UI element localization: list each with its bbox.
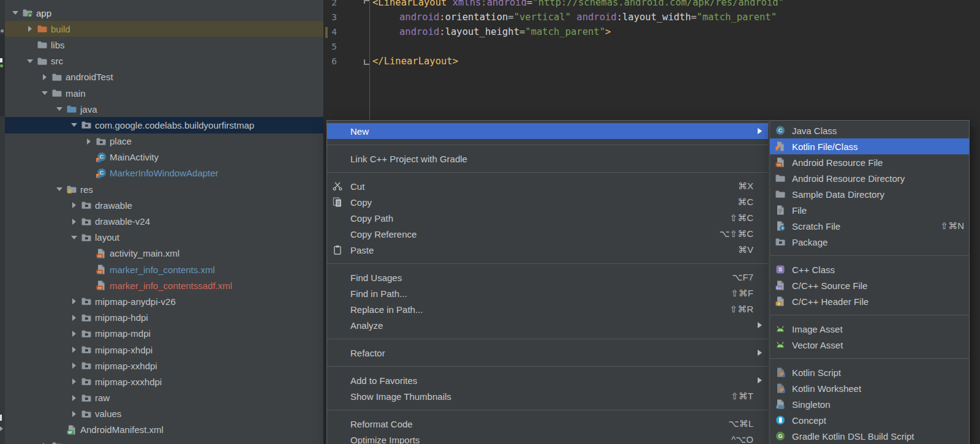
menu-item-package[interactable]: Package — [770, 234, 969, 250]
expand-arrow-icon[interactable] — [67, 310, 81, 326]
menu-item-c-c-source-file[interactable]: C++C/C++ Source File — [770, 277, 969, 293]
stripe-tool-icon[interactable] — [0, 58, 2, 62]
menu-item-find-usages[interactable]: Find Usages⌥F7 — [327, 269, 768, 285]
expand-arrow-icon[interactable] — [67, 406, 81, 422]
tree-item-mipmap-xhdpi[interactable]: mipmap-xhdpi — [5, 342, 323, 358]
tree-item-libs[interactable]: libs — [5, 37, 323, 53]
tree-item-marker-info-contentssadf-xml[interactable]: <>marker_info_contentssadf.xml — [5, 277, 323, 293]
menu-item-file[interactable]: File — [770, 202, 969, 218]
tree-item-label: mipmap-anydpi-v26 — [95, 296, 176, 307]
tree-item-java[interactable]: java — [5, 101, 323, 117]
tree-item-androidmanifest-xml[interactable]: MFAndroidManifest.xml — [5, 422, 323, 438]
menu-item-paste[interactable]: Paste⌘V — [327, 242, 768, 258]
tree-item-main[interactable]: main — [5, 85, 323, 101]
stripe-tool-icon[interactable] — [0, 415, 2, 421]
expand-arrow-icon[interactable] — [38, 69, 51, 85]
expand-arrow-icon[interactable] — [67, 390, 81, 406]
tree-item-marker-info-contents-xml[interactable]: <>marker_info_contents.xml — [5, 262, 323, 277]
tree-item-activity-main-xml[interactable]: <>activity_main.xml — [5, 246, 323, 262]
tree-item-res[interactable]: res — [5, 181, 323, 197]
menu-item-cut[interactable]: Cut⌘X — [327, 178, 768, 194]
menu-item-android-resource-directory[interactable]: Android Resource Directory — [770, 170, 969, 186]
collapse-arrow-icon[interactable] — [67, 117, 81, 133]
menu-item-sample-data-directory[interactable]: Sample Data Directory — [770, 186, 969, 202]
tree-item-mipmap-mdpi[interactable]: mipmap-mdpi — [5, 326, 323, 342]
expand-arrow-icon[interactable] — [67, 358, 81, 374]
menu-item-label: Android Resource Directory — [792, 173, 964, 184]
tree-item-label: mipmap-xxhdpi — [95, 361, 157, 371]
menu-item-vector-asset[interactable]: Vector Asset — [770, 337, 969, 353]
expand-arrow-icon[interactable] — [67, 213, 81, 229]
menu-item-concept[interactable]: Concept — [770, 412, 969, 428]
menu-item-java-class[interactable]: CJava Class — [770, 122, 969, 138]
menu-item-reformat-code[interactable]: Reformat Code⌥⌘L — [327, 416, 768, 432]
expand-arrow-icon[interactable] — [67, 293, 81, 309]
expand-arrow-icon[interactable] — [67, 326, 81, 342]
tree-item-blank[interactable] — [5, 438, 323, 444]
folder-package-icon — [81, 119, 92, 130]
menu-separator — [327, 263, 768, 264]
collapse-arrow-icon[interactable] — [23, 53, 37, 69]
tree-item-label: marker_info_contentssadf.xml — [110, 280, 232, 291]
tree-item-values[interactable]: values — [5, 406, 323, 422]
menu-item-scratch-file[interactable]: Scratch File⇧⌘N — [770, 218, 969, 234]
expand-arrow-icon[interactable] — [38, 438, 51, 444]
tree-item-mipmap-xxhdpi[interactable]: mipmap-xxhdpi — [5, 358, 323, 374]
menu-item-refactor[interactable]: Refactor — [327, 345, 768, 361]
tree-item-layout[interactable]: layout — [5, 230, 323, 246]
tree-item-mipmap-xxxhdpi[interactable]: mipmap-xxxhdpi — [5, 374, 323, 389]
menu-item-label: Link C++ Project with Gradle — [350, 154, 753, 164]
tree-item-drawable[interactable]: drawable — [5, 197, 323, 213]
tree-item-place[interactable]: place — [5, 134, 323, 149]
menu-item-c-c-header-file[interactable]: HC/C++ Header File — [770, 293, 969, 309]
menu-item-kotlin-worksheet[interactable]: Kotlin Worksheet — [770, 380, 969, 396]
tree-item-com-google-codelabs-buildyourfirstmap[interactable]: com.google.codelabs.buildyourfirstmap — [5, 117, 323, 133]
menu-item-copy[interactable]: Copy⌘C — [327, 194, 768, 210]
menu-item-image-asset[interactable]: Image Asset — [770, 321, 969, 337]
menu-item-show-image-thumbnails[interactable]: Show Image Thumbnails⇧⌘T — [327, 388, 768, 404]
menu-item-link-c-project-with-gradle[interactable]: Link C++ Project with Gradle — [327, 151, 768, 167]
fold-marker-icon[interactable] — [364, 59, 369, 65]
menu-item-android-resource-file[interactable]: <>Android Resource File — [770, 154, 969, 170]
menu-item-find-in-path[interactable]: Find in Path...⇧⌘F — [327, 285, 768, 301]
tree-item-src[interactable]: src — [5, 53, 323, 69]
tree-item-drawable-v24[interactable]: drawable-v24 — [5, 213, 323, 229]
tree-item-mipmap-anydpi-v26[interactable]: mipmap-anydpi-v26 — [5, 293, 323, 309]
folder-icon — [51, 440, 62, 444]
menu-item-kotlin-file-class[interactable]: Kotlin File/Class — [770, 138, 969, 154]
expand-arrow-icon[interactable] — [67, 374, 81, 389]
collapse-arrow-icon[interactable] — [67, 230, 81, 246]
menu-item-copy-reference[interactable]: Copy Reference⌥⇧⌘C — [327, 226, 768, 242]
tree-item-markerinfowindowadapter[interactable]: CMarkerInfoWindowAdapter — [5, 165, 323, 181]
expand-arrow-icon[interactable] — [23, 21, 37, 37]
expand-arrow-icon[interactable] — [67, 197, 81, 213]
menu-item-gradle-kotlin-dsl-build-script[interactable]: GGradle Kotlin DSL Build Script — [770, 428, 969, 444]
tree-item-mipmap-hdpi[interactable]: mipmap-hdpi — [5, 310, 323, 326]
collapse-arrow-icon[interactable] — [53, 181, 66, 197]
collapse-arrow-icon[interactable] — [9, 5, 22, 21]
tree-item-build[interactable]: build — [5, 21, 323, 37]
menu-item-optimize-imports[interactable]: Optimize Imports^⌥O — [327, 432, 768, 444]
tree-item-app[interactable]: app — [5, 5, 323, 21]
fold-marker-icon[interactable] — [364, 0, 369, 4]
collapse-arrow-icon[interactable] — [53, 101, 66, 117]
menu-item-new[interactable]: New — [327, 123, 768, 139]
tree-item-androidtest[interactable]: androidTest — [5, 69, 323, 85]
expand-arrow-icon[interactable] — [67, 342, 81, 358]
tree-item-raw[interactable]: raw — [5, 390, 323, 406]
menu-item-copy-path[interactable]: Copy Path⇧⌘C — [327, 210, 768, 226]
menu-item-kotlin-script[interactable]: Kotlin Script — [770, 364, 969, 380]
menu-item-analyze[interactable]: Analyze — [327, 317, 768, 333]
tree-item-label: com.google.codelabs.buildyourfirstmap — [95, 120, 254, 130]
expand-arrow-icon[interactable] — [82, 134, 96, 149]
tree-item-mainactivity[interactable]: CMainActivity — [5, 149, 323, 165]
menu-item-label: Kotlin Worksheet — [792, 383, 964, 394]
android-head-icon — [775, 323, 792, 334]
menu-item-add-to-favorites[interactable]: Add to Favorites — [327, 372, 768, 388]
tree-item-label: mipmap-hdpi — [95, 312, 148, 323]
collapse-arrow-icon[interactable] — [38, 85, 51, 101]
menu-item-c-class[interactable]: SC++ Class — [770, 262, 969, 277]
menu-item-label: Optimize Imports — [350, 435, 720, 444]
menu-item-singleton[interactable]: JSingleton — [770, 396, 969, 412]
menu-item-replace-in-path[interactable]: Replace in Path...⇧⌘R — [327, 301, 768, 317]
